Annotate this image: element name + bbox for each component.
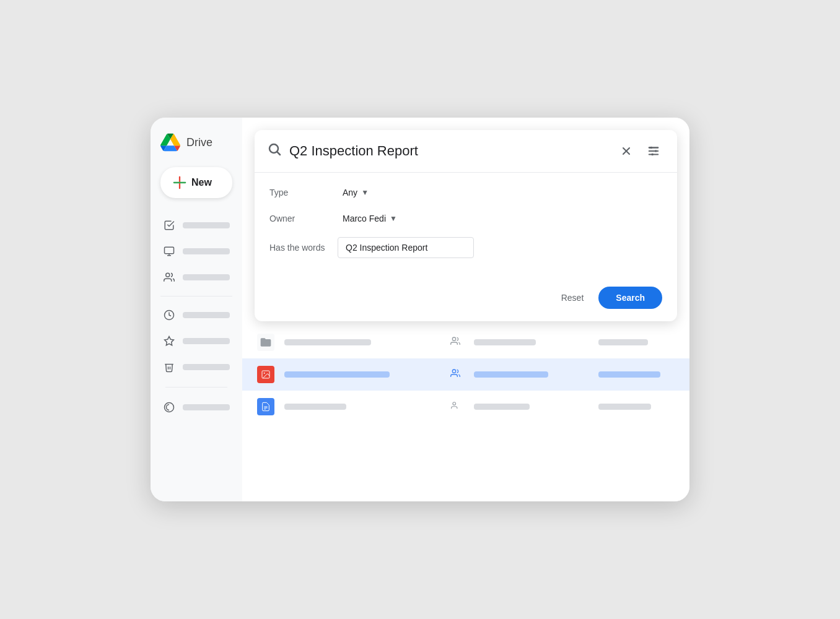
sidebar-item-trash[interactable] [155,355,237,379]
sidebar-divider-2 [165,387,227,387]
filter-section: Type Any ▼ Owner Marco Fedi ▼ Ha [255,173,677,282]
doc-file-icon [257,398,274,415]
owner-chevron-icon: ▼ [390,214,397,223]
svg-marker-5 [165,337,174,345]
sidebar-item-recent-label [183,312,230,318]
shared-icon [450,336,460,348]
svg-point-18 [651,154,654,156]
new-button-label: New [191,177,212,188]
search-button[interactable]: Search [598,287,662,309]
date-placeholder-highlighted [598,371,660,378]
type-value: Any [343,188,357,197]
file-date-col [598,339,675,345]
sidebar-nav [151,213,242,290]
new-button[interactable]: New [160,167,232,198]
sidebar-divider [160,296,232,297]
file-name-placeholder [284,339,371,345]
owner-label: Owner [269,214,338,223]
reset-button[interactable]: Reset [551,288,594,308]
sidebar-item-starred-label [183,338,230,344]
starred-icon [163,335,175,347]
date-placeholder-3 [598,404,651,410]
file-meta-col-highlighted [474,371,588,378]
app-window: Drive New [151,118,689,501]
owner-value: Marco Fedi [343,214,386,223]
sidebar-item-trash-label [183,364,230,370]
recent-icon [163,309,175,321]
file-name-col [284,339,437,345]
sidebar-item-computers-label [183,248,230,254]
my-drive-icon [163,219,175,232]
file-name-col-highlighted [284,371,437,378]
owner-select[interactable]: Marco Fedi ▼ [338,211,402,226]
file-meta-col [474,339,588,345]
storage-icon [163,401,175,413]
file-shared-col-highlighted [447,368,464,381]
sidebar: Drive New [151,118,242,501]
search-query: Q2 Inspection Report [289,143,608,159]
main-content: Q2 Inspection Report [242,118,689,501]
file-name-placeholder-3 [284,404,346,410]
file-date-col-highlighted [598,371,675,378]
sidebar-section-bottom [151,303,242,420]
type-select[interactable]: Any ▼ [338,185,374,200]
sidebar-item-starred[interactable] [155,329,237,353]
svg-point-3 [166,273,170,277]
image-file-icon [257,366,274,383]
meta-placeholder [474,339,536,345]
shared-icon-highlighted [450,368,460,381]
sidebar-header: Drive [151,128,242,167]
computers-icon [163,245,175,258]
sidebar-item-shared[interactable] [155,265,237,290]
table-row[interactable] [242,391,689,423]
svg-point-21 [264,373,265,374]
meta-placeholder-3 [474,404,530,410]
file-name-placeholder-highlighted [284,371,390,378]
sidebar-item-my-drive-label [183,222,230,228]
type-chevron-icon: ▼ [361,188,369,197]
folder-icon [257,334,274,351]
app-title: Drive [186,136,212,149]
shared-with-me-icon [163,271,175,284]
search-header: Q2 Inspection Report [255,130,677,173]
svg-point-19 [453,337,456,340]
svg-point-14 [650,147,653,149]
meta-placeholder-highlighted [474,371,548,378]
shared-icon-3 [451,401,460,412]
file-name-col-3 [284,404,437,410]
filter-actions: Reset Search [255,282,677,321]
sidebar-item-storage[interactable] [155,395,237,420]
search-icon [267,142,282,160]
filter-type-row: Type Any ▼ [269,185,662,200]
file-shared-col-3 [447,401,464,412]
trash-icon [163,361,175,373]
filter-options-button[interactable] [642,140,665,162]
date-placeholder [598,339,648,345]
drive-logo-icon [160,132,180,152]
sidebar-item-my-drive[interactable] [155,213,237,238]
svg-point-16 [655,150,657,152]
sidebar-item-computers[interactable] [155,239,237,264]
file-meta-col-3 [474,404,588,410]
file-list [242,321,689,501]
svg-rect-0 [165,247,174,254]
file-shared-col [447,336,464,348]
svg-point-26 [453,402,456,405]
table-row[interactable] [242,326,689,358]
table-row[interactable] [242,358,689,391]
sidebar-item-recent[interactable] [155,303,237,327]
type-label: Type [269,188,338,197]
has-words-label: Has the words [269,243,338,253]
search-dialog: Q2 Inspection Report [255,130,677,321]
svg-point-22 [453,370,456,373]
sidebar-item-storage-label [183,404,230,410]
search-header-actions [615,140,665,162]
svg-line-7 [278,152,280,155]
has-words-input[interactable] [338,237,474,258]
filter-owner-row: Owner Marco Fedi ▼ [269,211,662,226]
filter-words-row: Has the words [269,237,662,258]
file-date-col-3 [598,404,675,410]
close-button[interactable] [615,140,637,162]
sidebar-item-shared-label [183,274,230,280]
